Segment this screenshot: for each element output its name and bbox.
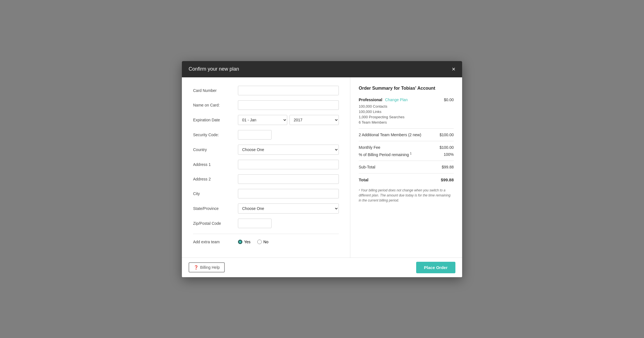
confirm-plan-modal: Confirm your new plan × Card Number Name… — [182, 61, 462, 277]
state-row: State/Province Choose One Alabama Califo… — [193, 203, 339, 214]
country-select[interactable]: Choose One United States Canada United K… — [238, 145, 339, 155]
footnote: ¹ Your billing period does not change wh… — [359, 188, 454, 203]
security-code-input[interactable] — [238, 130, 272, 140]
card-number-input[interactable] — [238, 86, 339, 95]
country-row: Country Choose One United States Canada … — [193, 145, 339, 155]
expiry-year-select[interactable]: 2017 2018 2019 2020 2021 2022 — [289, 115, 339, 125]
address1-input[interactable] — [238, 160, 339, 169]
radio-yes-input[interactable] — [238, 240, 242, 244]
subtotal-label: Sub-Total — [359, 165, 375, 169]
billing-period-value: 100% — [444, 152, 454, 157]
order-divider-3 — [359, 161, 454, 161]
city-row: City — [193, 189, 339, 198]
name-on-card-label: Name on Card: — [193, 103, 238, 107]
modal-footer: ❓ Billing Help Place Order — [182, 258, 462, 277]
zip-input[interactable] — [238, 219, 272, 228]
order-divider-2 — [359, 141, 454, 141]
expiration-date-row: Expiration Date 01 - Jan 02 - Feb 03 - M… — [193, 115, 339, 125]
radio-yes-label[interactable]: Yes — [238, 240, 251, 244]
order-divider-4 — [359, 173, 454, 173]
form-divider — [193, 234, 339, 234]
additional-members-label: 2 Additional Team Members (2 new) — [359, 133, 421, 137]
total-line: Total $99.88 — [359, 177, 454, 182]
monthly-fee-price: $100.00 — [439, 145, 454, 150]
extra-team-row: Add extra team Yes No — [193, 240, 339, 244]
extra-team-label: Add extra team — [193, 240, 238, 244]
billing-period-label: % of Billing Period remaining 1 — [359, 152, 411, 157]
modal-header: Confirm your new plan × — [182, 61, 462, 77]
address2-row: Address 2 — [193, 174, 339, 184]
plan-line: Professional Change Plan $0.00 — [359, 98, 454, 102]
city-input[interactable] — [238, 189, 339, 198]
monthly-fee-label: Monthly Fee — [359, 145, 380, 150]
question-icon: ❓ — [194, 265, 198, 270]
plan-name: Professional — [359, 98, 382, 102]
total-value: $99.88 — [441, 177, 454, 182]
address2-label: Address 2 — [193, 177, 238, 181]
additional-members-line: 2 Additional Team Members (2 new) $100.0… — [359, 133, 454, 137]
address1-label: Address 1 — [193, 162, 238, 167]
plan-info: Professional Change Plan — [359, 98, 408, 102]
state-select[interactable]: Choose One Alabama California New York T… — [238, 203, 339, 214]
plan-price: $0.00 — [444, 98, 454, 102]
order-divider-1 — [359, 128, 454, 129]
address2-input[interactable] — [238, 174, 339, 184]
subtotal-line: Sub-Total $99.88 — [359, 165, 454, 169]
billing-period-line: % of Billing Period remaining 1 100% — [359, 152, 454, 157]
name-on-card-input[interactable] — [238, 100, 339, 110]
order-section: Order Summary for Tobias' Account Profes… — [350, 77, 462, 258]
city-label: City — [193, 191, 238, 196]
change-plan-link[interactable]: Change Plan — [385, 98, 408, 102]
billing-help-label: Billing Help — [200, 265, 220, 270]
total-label: Total — [359, 177, 369, 182]
billing-help-button[interactable]: ❓ Billing Help — [189, 262, 225, 272]
state-label: State/Province — [193, 206, 238, 211]
security-code-row: Security Code: — [193, 130, 339, 140]
extra-team-radio-group: Yes No — [238, 240, 268, 244]
modal-body: Card Number Name on Card: Expiration Dat… — [182, 77, 462, 258]
additional-members-price: $100.00 — [439, 133, 454, 137]
country-label: Country — [193, 147, 238, 152]
prospecting-item: 1,000 Prospecting Searches — [359, 115, 454, 119]
security-code-label: Security Code: — [193, 133, 238, 137]
close-button[interactable]: × — [452, 66, 455, 72]
form-section: Card Number Name on Card: Expiration Dat… — [182, 77, 350, 258]
radio-yes-text: Yes — [244, 240, 251, 244]
team-members-item: 6 Team Members — [359, 120, 454, 124]
links-item: 100,000 Links — [359, 110, 454, 114]
expiry-group: 01 - Jan 02 - Feb 03 - Mar 04 - Apr 05 -… — [238, 115, 339, 125]
zip-row: Zip/Postal Code — [193, 219, 339, 228]
name-on-card-row: Name on Card: — [193, 100, 339, 110]
radio-no-label[interactable]: No — [257, 240, 268, 244]
contacts-item: 100,000 Contacts — [359, 104, 454, 108]
card-number-row: Card Number — [193, 86, 339, 95]
order-title: Order Summary for Tobias' Account — [359, 86, 454, 91]
monthly-fee-line: Monthly Fee $100.00 — [359, 145, 454, 150]
expiry-month-select[interactable]: 01 - Jan 02 - Feb 03 - Mar 04 - Apr 05 -… — [238, 115, 287, 125]
modal-title: Confirm your new plan — [189, 66, 239, 72]
address1-row: Address 1 — [193, 160, 339, 169]
card-number-label: Card Number — [193, 88, 238, 93]
zip-label: Zip/Postal Code — [193, 221, 238, 226]
subtotal-value: $99.88 — [442, 165, 454, 169]
expiration-date-label: Expiration Date — [193, 118, 238, 122]
radio-no-input[interactable] — [257, 240, 262, 244]
place-order-button[interactable]: Place Order — [416, 262, 455, 273]
radio-no-text: No — [263, 240, 268, 244]
